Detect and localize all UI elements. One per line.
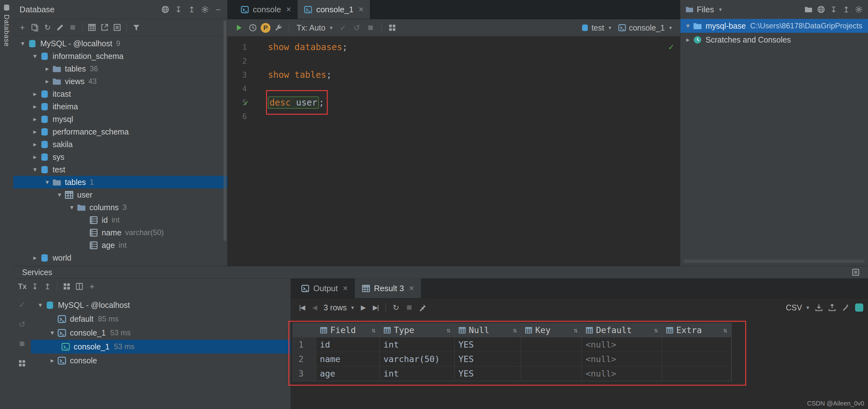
chevron-right-icon[interactable]: ▸ (30, 254, 40, 262)
chevron-right-icon[interactable]: ▸ (683, 36, 693, 43)
next-page-icon[interactable]: ▶ (358, 304, 368, 311)
chevron-down-icon[interactable]: ▾ (47, 329, 57, 337)
wrench-settings-icon[interactable] (272, 22, 284, 34)
tree-item-tables-info-schema[interactable]: ▸ tables 36 (13, 62, 227, 75)
sql-editor[interactable]: 1 show databases; 2 3 show tables; 4 5 ✓… (227, 36, 680, 266)
diagram-button[interactable] (111, 22, 123, 33)
cell-extra[interactable] (662, 367, 731, 381)
chevron-down-icon[interactable]: ▾ (719, 6, 722, 13)
tree-item-itcast[interactable]: ▸ itcast (13, 88, 227, 100)
service-item-default[interactable]: default 85 ms (31, 312, 290, 326)
notification-icon[interactable] (855, 303, 863, 312)
chevron-right-icon[interactable]: ▸ (30, 115, 40, 123)
sort-toggle-icon[interactable]: ⇅ (574, 326, 578, 334)
collapse-all-icon[interactable]: ↥ (41, 281, 54, 292)
sort-toggle-icon[interactable]: ⇅ (446, 326, 451, 334)
chevron-down-icon[interactable]: ▾ (55, 191, 65, 199)
filter-icon[interactable] (130, 22, 142, 33)
files-panel-scrollbar[interactable] (683, 260, 865, 263)
sort-toggle-icon[interactable]: ⇅ (372, 326, 376, 334)
commit-button[interactable]: ✓ (337, 22, 349, 34)
cell-type[interactable]: varchar(50) (380, 352, 455, 367)
stop-button[interactable] (403, 301, 415, 314)
stop-button[interactable] (365, 22, 376, 34)
last-page-icon[interactable]: ▶| (370, 304, 381, 311)
execution-history-icon[interactable] (247, 22, 259, 34)
open-table-button[interactable] (86, 22, 98, 33)
rollback-button[interactable]: ↺ (16, 318, 28, 330)
commit-button[interactable]: ✓ (16, 299, 28, 311)
column-header-default[interactable]: Default ⇅ (582, 323, 662, 338)
stop-button[interactable] (67, 22, 79, 33)
web-globe-icon[interactable] (815, 3, 827, 16)
tree-item-views-info-schema[interactable]: ▸ views 43 (13, 75, 227, 88)
collapse-all-icon[interactable]: ↥ (186, 3, 198, 16)
jump-to-console-button[interactable] (98, 22, 111, 33)
gear-icon[interactable] (199, 3, 211, 16)
tx-icon[interactable]: Tx (17, 281, 28, 292)
hide-panel-icon[interactable]: − (212, 3, 224, 16)
cell-default[interactable]: <null> (582, 338, 662, 352)
cell-key[interactable] (521, 352, 582, 367)
files-panel-title[interactable]: Files (697, 5, 714, 14)
chevron-down-icon[interactable]: ▾ (35, 301, 45, 309)
cell-key[interactable] (521, 367, 582, 381)
database-panel-scrollbar[interactable] (223, 20, 226, 241)
files-item-project-root[interactable]: ▾ mysql-base C:\Users\86178\DataGripProj… (680, 19, 868, 33)
tab-output[interactable]: Output × (294, 279, 355, 298)
cell-type[interactable]: int (380, 367, 455, 381)
services-grid-icon[interactable] (16, 357, 28, 369)
files-item-scratches[interactable]: ▸ Scratches and Consoles (680, 33, 868, 47)
parameters-badge[interactable]: P (261, 23, 271, 33)
service-item-console-1-run-selected[interactable]: console_1 53 ms (31, 340, 290, 354)
edit-source-button[interactable] (54, 22, 66, 33)
tree-item-sys[interactable]: ▸ sys (13, 151, 227, 163)
tree-item-tables-test-selected[interactable]: ▾ tables 1 (13, 176, 227, 188)
select-file-icon[interactable] (803, 3, 814, 16)
stop-button[interactable] (16, 338, 28, 350)
inspection-ok-check-icon[interactable]: ✓ (669, 41, 674, 52)
cell-default[interactable]: <null> (582, 367, 662, 381)
close-icon[interactable]: × (343, 284, 348, 293)
chevron-right-icon[interactable]: ▸ (47, 357, 57, 364)
chevron-right-icon[interactable]: ▸ (30, 141, 40, 148)
export-format-dropdown[interactable]: CSV ▾ (783, 303, 812, 312)
service-item-console-1[interactable]: ▾ console_1 53 ms (31, 326, 290, 340)
chevron-right-icon[interactable]: ▸ (30, 103, 40, 110)
service-item-mysql-localhost[interactable]: ▾ MySQL - @localhost (31, 298, 290, 312)
console-selector[interactable]: console_1 ▾ (616, 23, 674, 32)
tree-item-column-id[interactable]: id int (13, 214, 227, 226)
tree-item-itheima[interactable]: ▸ itheima (13, 100, 227, 113)
page-size-dropdown[interactable]: 3 rows ▾ (321, 303, 356, 312)
cell-field[interactable]: name (316, 352, 380, 367)
chevron-right-icon[interactable]: ▸ (30, 90, 40, 98)
chevron-down-icon[interactable]: ▾ (30, 52, 40, 60)
chevron-right-icon[interactable]: ▸ (42, 65, 52, 72)
cell-extra[interactable] (662, 352, 731, 367)
close-icon[interactable]: × (359, 5, 364, 14)
tab-console[interactable]: console × (234, 0, 298, 19)
tree-item-column-name[interactable]: name varchar(50) (13, 226, 227, 239)
tab-console-1[interactable]: console_1 × (298, 0, 370, 19)
column-header-key[interactable]: Key ⇅ (521, 323, 582, 338)
expand-all-icon[interactable]: ↧ (173, 3, 185, 16)
pin-tab-icon[interactable] (416, 301, 429, 314)
sort-toggle-icon[interactable]: ⇅ (654, 326, 658, 334)
import-upload-icon[interactable] (826, 301, 838, 314)
reload-results-icon[interactable]: ↻ (390, 301, 402, 314)
output-layout-icon[interactable] (386, 22, 398, 34)
tree-item-performance-schema[interactable]: ▸ performance_schema (13, 125, 227, 138)
database-stripe-tab[interactable]: Database (0, 4, 13, 47)
tree-item-mysql-localhost[interactable]: ▾ MySQL - @localhost 9 (13, 37, 227, 50)
cell-default[interactable]: <null> (582, 352, 662, 367)
chevron-right-icon[interactable]: ▸ (30, 153, 40, 161)
cell-key[interactable] (521, 338, 582, 352)
tree-item-columns[interactable]: ▾ columns 3 (13, 201, 227, 214)
cell-extra[interactable] (662, 338, 731, 352)
cell-null[interactable]: YES (455, 338, 521, 352)
chevron-down-icon[interactable]: ▾ (67, 204, 77, 211)
execute-button[interactable] (233, 22, 245, 34)
rollback-button[interactable]: ↺ (351, 22, 363, 34)
column-header-null[interactable]: Null ⇅ (455, 323, 521, 338)
tab-result-3[interactable]: Result 3 × (355, 279, 421, 298)
